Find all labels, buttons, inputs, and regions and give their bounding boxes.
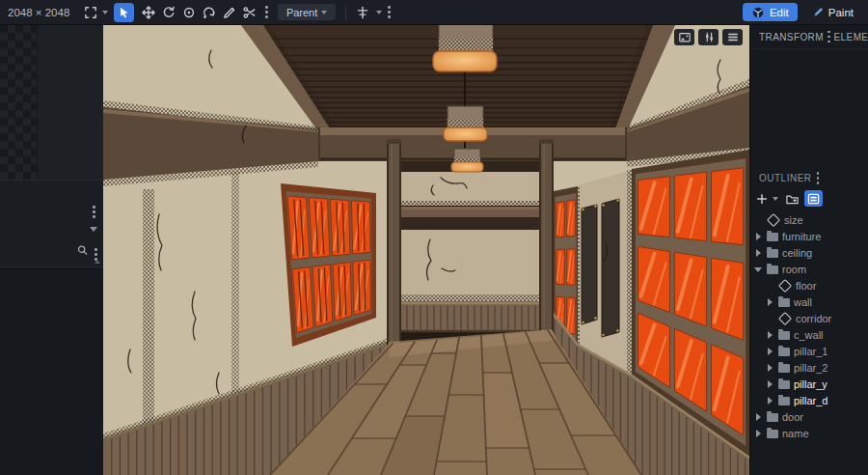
- move-tool-button[interactable]: [138, 3, 158, 22]
- pivot-tool-button[interactable]: [178, 3, 199, 22]
- search-icon[interactable]: [76, 243, 89, 261]
- scissors-tool-button[interactable]: [239, 3, 259, 22]
- paint-mode-label: Paint: [828, 7, 854, 18]
- chevron-right-icon[interactable]: [766, 330, 774, 339]
- outliner-item-door[interactable]: door: [750, 408, 868, 425]
- item-label: c_wall: [794, 329, 824, 341]
- resize-handle[interactable]: [95, 260, 100, 264]
- outliner-item-room[interactable]: room: [750, 261, 868, 277]
- chevron-down-icon[interactable]: [754, 265, 763, 273]
- add-node-caret[interactable]: [773, 197, 778, 201]
- align-icon: [355, 5, 370, 20]
- outliner-item-pillar_2[interactable]: pillar_2: [750, 359, 868, 376]
- far-wall: [389, 161, 552, 332]
- mesh-icon: [778, 278, 792, 292]
- transform-tool-button[interactable]: [114, 3, 134, 22]
- tab-transform[interactable]: TRANSFORM: [759, 32, 824, 42]
- chevron-right-icon[interactable]: [754, 429, 763, 437]
- transform-content: [750, 49, 868, 170]
- outliner-title: OUTLINER: [759, 173, 812, 183]
- transform-menu[interactable]: [824, 28, 834, 46]
- toolbar-more-menu[interactable]: [259, 3, 274, 21]
- outliner-item-c_wall[interactable]: c_wall: [750, 326, 868, 343]
- item-label: corridor: [796, 313, 831, 324]
- mesh-icon: [767, 212, 780, 226]
- align-more-menu[interactable]: [382, 3, 396, 21]
- outliner-item-pillar_d[interactable]: pillar_d: [750, 392, 868, 408]
- parent-dropdown-label: Parent: [286, 7, 317, 18]
- item-label: pillar_y: [794, 378, 827, 390]
- chevron-right-icon[interactable]: [766, 363, 774, 372]
- new-folder-button[interactable]: [784, 190, 800, 207]
- outliner-item-pillar_1[interactable]: pillar_1: [750, 343, 868, 359]
- item-label: floor: [796, 280, 816, 292]
- pen-tool-button[interactable]: [219, 3, 239, 22]
- item-label: furniture: [782, 231, 821, 242]
- outliner-item-furniture[interactable]: furniture: [750, 228, 868, 244]
- frame-select-icon: [83, 5, 98, 20]
- collapse-chevron-icon[interactable]: [90, 227, 97, 232]
- edit-mode-label: Edit: [770, 7, 789, 18]
- list-view-button[interactable]: [804, 190, 823, 207]
- edit-mode-button[interactable]: Edit: [743, 3, 798, 21]
- parent-dropdown[interactable]: Parent: [278, 4, 336, 20]
- top-toolbar: 2048 × 2048 Parent: [0, 0, 868, 25]
- outliner-item-name[interactable]: name: [750, 425, 868, 441]
- pivot-icon: [181, 5, 197, 20]
- folder-icon: [767, 249, 778, 258]
- panel-divider: [0, 266, 103, 267]
- outliner-item-size[interactable]: size: [750, 211, 868, 228]
- view-menu-button[interactable]: [722, 29, 743, 45]
- left-section-menu[interactable]: [87, 203, 101, 221]
- viewport-controls: [674, 29, 743, 45]
- paint-mode-button[interactable]: Paint: [803, 3, 860, 21]
- folder-icon: [767, 413, 778, 422]
- chevron-down-icon: [321, 11, 327, 14]
- item-label: pillar_d: [794, 395, 827, 406]
- inspector-tabs: TRANSFORM ELEMENT: [750, 25, 868, 49]
- outliner-toolbar: [750, 186, 868, 210]
- frame-select-button[interactable]: [83, 3, 108, 22]
- scissors-icon: [242, 5, 258, 20]
- chevron-right-icon[interactable]: [754, 248, 763, 257]
- item-label: pillar_1: [794, 346, 827, 357]
- edit-cube-icon: [751, 6, 765, 19]
- orbit-icon: [202, 5, 217, 20]
- toolbar-divider: [345, 5, 346, 19]
- outliner-item-ceiling[interactable]: ceiling: [750, 244, 868, 261]
- item-label: ceiling: [782, 247, 812, 259]
- outliner-menu[interactable]: [812, 169, 825, 187]
- align-tool-button[interactable]: [352, 3, 372, 22]
- outliner-item-corridor[interactable]: corridor: [750, 310, 868, 326]
- chevron-right-icon[interactable]: [766, 297, 774, 306]
- left-subpanel: [38, 25, 103, 180]
- image-preview-button[interactable]: [674, 29, 694, 45]
- view-sliders-button[interactable]: [698, 29, 719, 45]
- folder-icon: [778, 397, 790, 405]
- chevron-right-icon[interactable]: [766, 347, 774, 355]
- add-node-button[interactable]: [754, 190, 770, 207]
- tab-element[interactable]: ELEMENT: [834, 32, 868, 42]
- chevron-right-icon[interactable]: [766, 379, 774, 388]
- orbit-tool-button[interactable]: [199, 3, 219, 22]
- chevron-right-icon[interactable]: [766, 396, 774, 405]
- item-label: name: [782, 428, 809, 439]
- chevron-right-icon[interactable]: [754, 232, 763, 240]
- rotate-icon: [161, 5, 176, 20]
- folder-icon: [778, 331, 790, 340]
- rotate-tool-button[interactable]: [158, 3, 178, 22]
- folder-icon: [778, 380, 790, 389]
- outliner-item-wall[interactable]: wall: [750, 293, 868, 310]
- outliner-item-floor[interactable]: floor: [750, 277, 868, 293]
- scene-canvas[interactable]: [103, 25, 749, 475]
- item-label: wall: [794, 296, 812, 308]
- transform-cursor-icon: [117, 5, 132, 20]
- item-label: door: [782, 411, 803, 423]
- outliner-item-pillar_y[interactable]: pillar_y: [750, 376, 868, 392]
- outliner-tree: size furniture ceiling room floor wall: [750, 210, 868, 441]
- canvas-size-label: 2048 × 2048: [8, 7, 69, 18]
- texture-preview[interactable]: [0, 25, 37, 180]
- move-icon: [141, 5, 156, 20]
- paint-brush-icon: [810, 6, 824, 19]
- chevron-right-icon[interactable]: [754, 412, 763, 421]
